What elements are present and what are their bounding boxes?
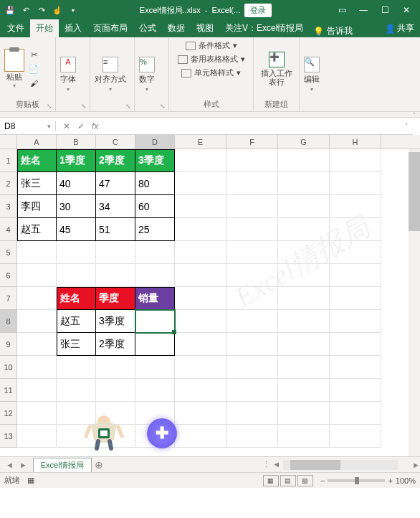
cell[interactable] xyxy=(226,195,278,218)
cell[interactable] xyxy=(135,264,175,287)
save-icon[interactable]: 💾 xyxy=(3,3,17,17)
cell[interactable] xyxy=(226,356,278,379)
cell[interactable] xyxy=(330,425,381,448)
col-header-A[interactable]: A xyxy=(17,135,57,149)
cell[interactable] xyxy=(96,356,135,379)
cell[interactable]: 销量 xyxy=(135,287,175,310)
number-launcher-icon[interactable]: ⤡ xyxy=(160,103,166,110)
table-format-button[interactable]: 套用表格格式 ▾ xyxy=(178,54,245,65)
cell[interactable] xyxy=(57,241,96,264)
cell[interactable] xyxy=(278,356,330,379)
row-header[interactable]: 7 xyxy=(0,287,17,310)
cell[interactable]: 赵五 xyxy=(57,310,96,333)
alignment-launcher-icon[interactable]: ⤡ xyxy=(125,103,131,110)
touch-mode-icon[interactable]: ☝ xyxy=(50,3,65,17)
accept-formula-icon[interactable]: ✓ xyxy=(77,121,85,131)
page-break-view-icon[interactable]: ▧ xyxy=(297,475,313,486)
cell[interactable] xyxy=(17,425,57,448)
cell[interactable] xyxy=(175,241,226,264)
cell[interactable] xyxy=(175,379,226,402)
alignment-group-button[interactable]: ≡对齐方式▾ xyxy=(95,57,126,93)
cell[interactable] xyxy=(330,172,381,195)
macro-record-icon[interactable]: ▦ xyxy=(27,476,34,485)
cell[interactable] xyxy=(175,172,226,195)
cell[interactable] xyxy=(278,218,330,241)
tab-custom[interactable]: 关注V：Excel情报局 xyxy=(219,19,309,37)
cell[interactable] xyxy=(175,195,226,218)
cell[interactable] xyxy=(135,356,175,379)
cell[interactable]: 3季度 xyxy=(96,310,135,333)
page-layout-view-icon[interactable]: ▤ xyxy=(280,475,296,486)
cell[interactable] xyxy=(330,287,381,310)
cell[interactable] xyxy=(226,149,278,172)
cell[interactable] xyxy=(278,425,330,448)
select-all-corner[interactable] xyxy=(0,135,17,149)
cell[interactable]: 姓名 xyxy=(17,149,57,172)
cell[interactable] xyxy=(135,333,175,356)
cell[interactable] xyxy=(330,310,381,333)
cell[interactable] xyxy=(226,333,278,356)
tab-layout[interactable]: 页面布局 xyxy=(87,19,133,37)
number-group-button[interactable]: %数字▾ xyxy=(139,57,155,93)
fx-icon[interactable]: fx xyxy=(92,121,98,131)
tell-me[interactable]: 💡 告诉我 xyxy=(309,25,357,37)
row-header[interactable]: 6 xyxy=(0,264,17,287)
col-header-F[interactable]: F xyxy=(226,135,278,149)
cell[interactable] xyxy=(226,241,278,264)
zoom-level[interactable]: 100% xyxy=(396,476,416,485)
chevron-down-icon[interactable]: ▾ xyxy=(47,123,51,130)
row-header[interactable]: 11 xyxy=(0,379,17,402)
ribbon-collapse[interactable]: ˄ xyxy=(0,112,420,118)
cell-styles-button[interactable]: 单元格样式 ▾ xyxy=(181,67,241,78)
horizontal-scrollbar[interactable] xyxy=(283,460,398,470)
cell[interactable] xyxy=(175,333,226,356)
format-painter-icon[interactable]: 🖌 xyxy=(27,77,40,89)
cell[interactable]: 2季度 xyxy=(96,149,135,172)
cell[interactable] xyxy=(226,172,278,195)
tab-formula[interactable]: 公式 xyxy=(133,19,162,37)
tab-data[interactable]: 数据 xyxy=(162,19,191,37)
row-header[interactable]: 2 xyxy=(0,172,17,195)
cell[interactable] xyxy=(17,287,57,310)
cell[interactable] xyxy=(278,379,330,402)
cell[interactable] xyxy=(278,149,330,172)
col-header-E[interactable]: E xyxy=(175,135,226,149)
cell[interactable] xyxy=(17,264,57,287)
tab-home[interactable]: 开始 xyxy=(30,19,59,37)
cell[interactable] xyxy=(330,356,381,379)
cell[interactable] xyxy=(226,218,278,241)
undo-icon[interactable]: ↶ xyxy=(19,3,33,17)
insert-row-button[interactable]: ➕插入工作表行 xyxy=(258,52,295,86)
cell[interactable] xyxy=(17,402,57,425)
cell[interactable] xyxy=(278,172,330,195)
cell[interactable] xyxy=(17,241,57,264)
share-button[interactable]: 👤 共享 xyxy=(379,19,420,37)
cell[interactable] xyxy=(330,241,381,264)
cell[interactable] xyxy=(17,333,57,356)
col-header-G[interactable]: G xyxy=(278,135,330,149)
cell[interactable]: 51 xyxy=(96,218,135,241)
cell[interactable] xyxy=(330,379,381,402)
sheet-next-icon[interactable]: ► xyxy=(19,461,27,469)
cell[interactable] xyxy=(57,379,96,402)
cell[interactable] xyxy=(135,379,175,402)
cell[interactable]: 李四 xyxy=(17,195,57,218)
cell[interactable] xyxy=(226,287,278,310)
clipboard-launcher-icon[interactable]: ⤡ xyxy=(47,103,52,110)
cell[interactable]: 80 xyxy=(135,172,175,195)
cell[interactable] xyxy=(330,264,381,287)
cell[interactable] xyxy=(226,402,278,425)
zoom-slider[interactable] xyxy=(328,479,385,482)
cell[interactable] xyxy=(57,264,96,287)
cell[interactable]: 张三 xyxy=(17,172,57,195)
cell[interactable] xyxy=(226,425,278,448)
cell[interactable] xyxy=(278,195,330,218)
maximize-icon[interactable]: ☐ xyxy=(374,0,396,20)
qat-dropdown-icon[interactable]: ▾ xyxy=(66,3,80,17)
cell[interactable] xyxy=(330,149,381,172)
cell[interactable]: 47 xyxy=(96,172,135,195)
cell[interactable] xyxy=(226,264,278,287)
row-header[interactable]: 4 xyxy=(0,218,17,241)
row-header[interactable]: 9 xyxy=(0,333,17,356)
col-header-H[interactable]: H xyxy=(330,135,381,149)
